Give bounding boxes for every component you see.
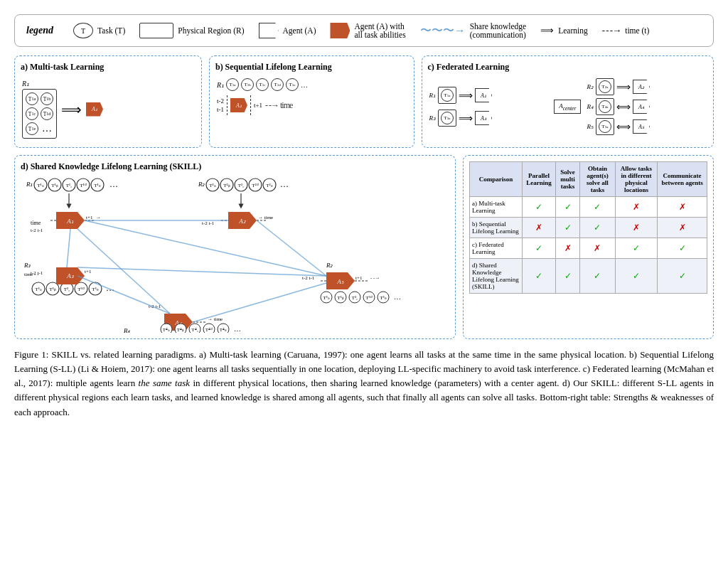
diagram-c: c) Federated Learning R₁ T1a ⟹ A₁ R₃: [422, 55, 714, 148]
d-comm-a3-a5: [77, 267, 326, 276]
diagram-c-content: R₁ T1a ⟹ A₁ R₃ T3a ⟹ A₃: [428, 77, 708, 137]
row-a-v4: ✗: [615, 197, 657, 218]
d-r4-a5-te-text: T³ₑ: [380, 295, 386, 301]
diagram-c-r4-label: R₄: [587, 103, 594, 110]
diagram-a-dots: …: [41, 122, 53, 135]
diagram-a-arrow: ⟹: [61, 101, 82, 118]
diagram-a-content: R₁ T1a T1b T1c T1d T1e … ⟹ A₁: [21, 77, 196, 142]
d-r2-tc-text: T²꜀: [238, 183, 245, 188]
d-r4-a5-ta-text: T³ₐ: [323, 295, 329, 301]
table-row-c: c) Federated Learning ✓ ✗ ✗ ✓ ✓: [470, 238, 707, 259]
legend-agent: Agent (A): [259, 23, 316, 38]
d-a2-text: A₂: [238, 218, 246, 225]
diagram-a: a) Multi-task Learning R₁ T1a T1b T1c T1…: [14, 55, 202, 148]
row-c-v4: ✓: [615, 238, 657, 259]
diagram-d-svg: R₁ T¹ₐ T¹ᵦ T¹꜀ T¹ᵈ T¹ₑ … A₁ time: [21, 176, 433, 333]
d-r4-a5-tc-text: T³꜀: [352, 295, 358, 301]
legend-time-label: time (t): [625, 26, 649, 35]
d-a3-t1: t+1: [85, 269, 92, 274]
d-r3-tb-text: T³ᵦ: [49, 287, 55, 292]
table-row-b: b) Sequential Lifelong Learning ✗ ✓ ✓ ✗ …: [470, 218, 707, 238]
diagram-b-t1: t-1: [217, 106, 224, 113]
legend-title: legend: [26, 25, 53, 36]
table-row-d: d) Shared Knowledge Lifelong Learning (S…: [470, 259, 707, 294]
caption-italic: the same task: [139, 378, 190, 388]
d-comm-a4-a5: [193, 283, 326, 322]
diagram-c-r4: R₄ T4a ⟺ A₄: [587, 98, 706, 115]
row-a-label: a) Multi-task Learning: [470, 197, 523, 218]
d-r1-tc-text: T¹꜀: [66, 183, 73, 188]
row-c-label: c) Federated Learning: [470, 238, 523, 259]
task-circle-d1: T1d: [41, 107, 53, 120]
d-r3-te-text: T³ₑ: [92, 287, 98, 292]
d-a1-t1: t+1: [86, 215, 93, 220]
diagram-c-r5: R₅ T5a ⟺ A₅: [587, 118, 706, 135]
diagram-b-title: b) Sequential Lifelong Learning: [215, 62, 408, 73]
diagram-c-left: R₁ T1a ⟹ A₁ R₃ T3a ⟹ A₃: [429, 87, 549, 127]
table-header-row: Comparison Parallel Learning Solve multi…: [470, 162, 707, 197]
row-d-label: d) Shared Knowledge Lifelong Learning (S…: [470, 259, 523, 294]
d-a1-t2: t-2 t-1: [31, 228, 43, 233]
legend-region-label: Physical Region (R): [178, 26, 244, 35]
d-r2-td-text: T²ᵈ: [252, 183, 258, 188]
diagram-a-region-label: R₁: [22, 80, 57, 87]
diagram-b-tb: T1b: [241, 78, 254, 91]
d-comm-a1-a4: [77, 229, 170, 314]
row-d-v3: ✓: [580, 259, 616, 294]
d-a1-arrow-text: →: [96, 215, 101, 220]
row-c-v5: ✓: [658, 238, 707, 259]
row-d-v4: ✓: [615, 259, 657, 294]
learn-arrow-icon: ⟹: [540, 25, 554, 36]
task-circle-e1: T1e: [26, 122, 38, 135]
d-r4-b-ta-text: T⁴ₐ: [163, 327, 170, 333]
task-circle-a1: T1a: [26, 92, 38, 105]
diagram-c-ta1: T1a: [441, 89, 454, 102]
row-a-v1: ✓: [522, 197, 555, 218]
diagram-c-acenter: Acenter: [554, 100, 581, 114]
diagram-b-time-row: t-2 t-1 A₁ t+1 - -→ time: [217, 95, 407, 115]
d-a5-t2: t-2 t-1: [302, 275, 315, 281]
diagram-c-a3: A₃: [475, 111, 492, 125]
row-c-v1: ✓: [522, 238, 555, 259]
row-d-v5: ✓: [658, 259, 707, 294]
d-comm-a3-a4: [77, 276, 170, 314]
diagram-b-t2: t-2: [217, 97, 224, 105]
d-r1-ta-text: T¹ₐ: [37, 183, 43, 188]
diagram-b-agent: A₁: [230, 98, 247, 112]
row-d-v1: ✓: [522, 259, 555, 294]
diagram-b: b) Sequential Lifelong Learning R₁ T1a T…: [209, 55, 414, 148]
diagram-c-r3-arrow: ⟹: [459, 112, 473, 124]
diagram-b-time-arrow: - -→ time: [265, 100, 292, 111]
diagram-b-labels: t-2 t-1: [217, 97, 224, 113]
diagram-a-tasks: T1a T1b T1c T1d T1e …: [22, 89, 57, 139]
row-a-v3: ✓: [580, 197, 616, 218]
legend-agent-label: Agent (A): [283, 26, 316, 35]
d-r4-b-td-text: T⁴ᵈ: [205, 327, 213, 333]
row-c-v3: ✗: [580, 238, 616, 259]
diagram-c-a5: A₅: [633, 119, 650, 134]
diagram-c-a2: A₂: [633, 80, 650, 94]
diagram-c-r5-arrow: ⟺: [616, 121, 631, 133]
table-body: a) Multi-task Learning ✓ ✓ ✓ ✗ ✗ b) Sequ…: [470, 197, 707, 294]
d-r1-dots: …: [109, 179, 118, 189]
legend-share-label: Share knowledge(communication): [470, 22, 527, 39]
diagram-c-title: c) Federated Learning: [428, 62, 708, 73]
legend-learn-label: Learning: [558, 26, 588, 35]
diagram-c-ta5: T5a: [599, 120, 611, 133]
d-a5-t1: t+1: [355, 275, 363, 281]
legend-share: 〜〜〜→ Share knowledge(communication): [420, 22, 527, 39]
diagram-c-right: R₂ T2a ⟹ A₂ R₄ T4a ⟺ A₄: [587, 78, 706, 135]
col-obtain: Obtain agent(s) solve all tasks: [580, 162, 616, 197]
diagram-b-content: R₁ T1a T1b T1c T1d T1e … t-2 t-1 A₁: [215, 77, 408, 117]
comparison-table-box: Comparison Parallel Learning Solve multi…: [463, 155, 714, 339]
region-rect-icon: [139, 23, 173, 38]
row-a-v2: ✓: [556, 197, 580, 218]
diagram-c-r5-label: R₅: [587, 123, 594, 130]
d-r1-td-text: T¹ᵈ: [80, 183, 86, 188]
row-b-v2: ✓: [556, 218, 580, 238]
d-r1-te-text: T¹ₑ: [94, 183, 100, 188]
d-r3-td-text: T³ᵈ: [77, 287, 84, 292]
time-arrow-icon: - - -→: [602, 25, 621, 36]
diagram-b-dashes: [227, 95, 228, 115]
col-parallel: Parallel Learning: [522, 162, 555, 197]
